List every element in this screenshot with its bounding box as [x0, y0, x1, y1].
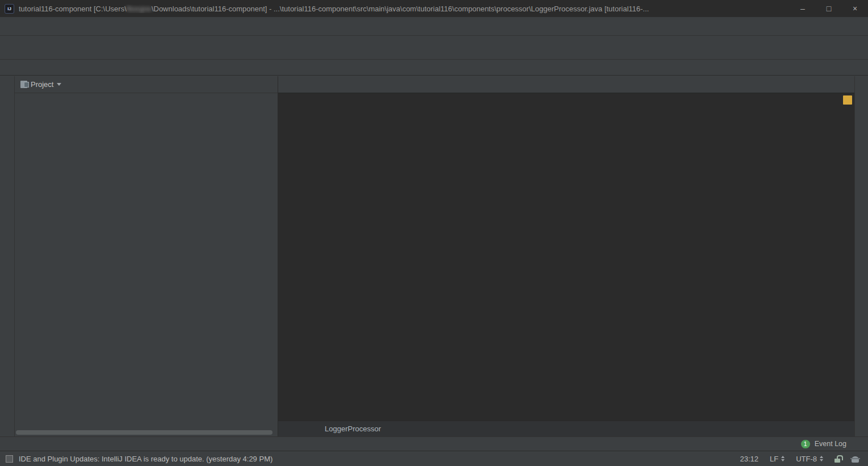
title-bar: IJ tutorial116-component [C:\Users\fborg…	[0, 0, 868, 17]
blurred-username: fborgne	[127, 5, 152, 13]
editor-breadcrumb-bar: LoggerProcessor	[278, 421, 854, 436]
left-tool-stripe	[0, 76, 15, 436]
project-panel-title[interactable]: Project	[31, 80, 53, 89]
editor-area: LoggerProcessor	[278, 76, 854, 436]
project-tool-window: Project	[15, 76, 278, 436]
project-panel-icon	[20, 81, 27, 88]
status-message[interactable]: IDE and Plugin Updates: IntelliJ IDEA is…	[19, 455, 272, 463]
encoding-selector[interactable]: UTF-8	[796, 455, 823, 463]
main-toolbar	[0, 36, 868, 60]
navigation-breadcrumb	[0, 60, 868, 76]
updown-icon	[820, 456, 823, 461]
status-bar: IDE and Plugin Updates: IntelliJ IDEA is…	[0, 451, 868, 466]
minimize-button[interactable]: –	[790, 0, 816, 17]
hector-inspection-icon[interactable]	[852, 456, 859, 463]
editor-breadcrumb-item[interactable]: LoggerProcessor	[325, 425, 381, 433]
event-log-badge[interactable]: 1	[801, 440, 810, 448]
maximize-button[interactable]: □	[816, 0, 842, 17]
caret-position[interactable]: 23:12	[740, 455, 758, 463]
intellij-logo-icon: IJ	[5, 4, 14, 14]
project-tree	[15, 93, 278, 436]
main-area: Project LoggerProcessor	[0, 76, 868, 436]
lock-icon[interactable]	[835, 459, 840, 463]
event-log-button[interactable]: Event Log	[815, 440, 846, 448]
editor-tab-bar	[278, 76, 854, 93]
tool-window-bar: 1 Event Log	[0, 436, 868, 451]
right-tool-stripe	[854, 76, 868, 436]
ide-window: IJ tutorial116-component [C:\Users\fborg…	[0, 0, 868, 466]
close-button[interactable]: ×	[842, 0, 868, 17]
chevron-down-icon[interactable]	[57, 83, 61, 86]
window-title: tutorial116-component [C:\Users\fborgne\…	[19, 5, 790, 13]
menu-bar	[0, 17, 868, 36]
editor-scrollbar[interactable]	[842, 95, 854, 415]
updown-icon	[781, 456, 785, 461]
inspection-indicator-icon[interactable]	[843, 95, 852, 105]
code-editor[interactable]	[278, 93, 854, 421]
line-ending-selector[interactable]: LF	[770, 455, 785, 463]
project-scrollbar[interactable]	[16, 430, 275, 435]
notification-icon[interactable]	[6, 455, 13, 463]
project-panel-header: Project	[15, 76, 278, 93]
